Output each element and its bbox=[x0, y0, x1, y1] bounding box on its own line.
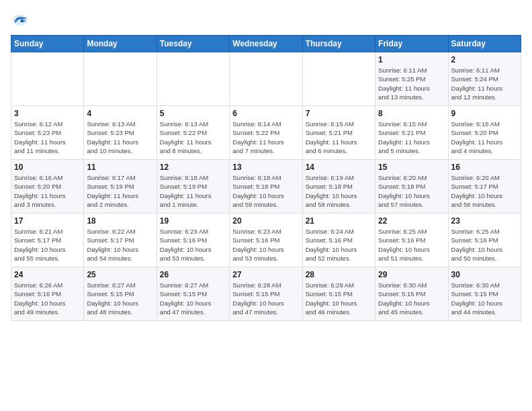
calendar-cell: 1Sunrise: 6:11 AM Sunset: 5:25 PM Daylig… bbox=[375, 52, 448, 106]
day-number: 13 bbox=[232, 163, 299, 172]
svg-point-0 bbox=[13, 15, 28, 26]
calendar-cell: 4Sunrise: 6:13 AM Sunset: 5:23 PM Daylig… bbox=[84, 106, 157, 160]
day-number: 11 bbox=[87, 163, 153, 172]
calendar-cell: 30Sunrise: 6:30 AM Sunset: 5:15 PM Dayli… bbox=[448, 267, 521, 321]
calendar-week-row: 17Sunrise: 6:21 AM Sunset: 5:17 PM Dayli… bbox=[11, 214, 521, 267]
calendar-cell: 21Sunrise: 6:24 AM Sunset: 5:16 PM Dayli… bbox=[302, 214, 375, 267]
day-number: 29 bbox=[378, 270, 445, 279]
page-header bbox=[11, 11, 521, 30]
calendar-week-row: 10Sunrise: 6:16 AM Sunset: 5:20 PM Dayli… bbox=[11, 160, 521, 214]
day-number: 23 bbox=[451, 216, 518, 226]
day-number: 12 bbox=[160, 163, 226, 172]
calendar-cell: 12Sunrise: 6:18 AM Sunset: 5:19 PM Dayli… bbox=[157, 160, 229, 214]
day-number: 7 bbox=[306, 109, 372, 118]
calendar-cell: 23Sunrise: 6:25 AM Sunset: 5:16 PM Dayli… bbox=[448, 214, 521, 267]
day-info: Sunrise: 6:30 AM Sunset: 5:15 PM Dayligh… bbox=[451, 281, 518, 316]
day-number: 10 bbox=[14, 163, 81, 172]
day-number: 18 bbox=[87, 216, 153, 226]
day-number: 6 bbox=[232, 109, 299, 118]
day-header-saturday: Saturday bbox=[448, 36, 521, 52]
day-info: Sunrise: 6:16 AM Sunset: 5:20 PM Dayligh… bbox=[14, 173, 81, 209]
day-number: 25 bbox=[87, 270, 153, 279]
calendar-cell: 28Sunrise: 6:29 AM Sunset: 5:15 PM Dayli… bbox=[302, 267, 375, 321]
calendar-cell: 29Sunrise: 6:30 AM Sunset: 5:15 PM Dayli… bbox=[375, 267, 448, 321]
calendar-cell: 13Sunrise: 6:18 AM Sunset: 5:18 PM Dayli… bbox=[230, 160, 302, 214]
calendar-cell bbox=[84, 52, 157, 106]
day-number: 21 bbox=[306, 216, 372, 226]
calendar-cell bbox=[302, 52, 375, 106]
day-number: 16 bbox=[451, 163, 518, 172]
day-number: 3 bbox=[14, 109, 81, 118]
calendar-week-row: 3Sunrise: 6:12 AM Sunset: 5:23 PM Daylig… bbox=[11, 106, 521, 160]
calendar-cell: 10Sunrise: 6:16 AM Sunset: 5:20 PM Dayli… bbox=[11, 160, 84, 214]
day-info: Sunrise: 6:12 AM Sunset: 5:23 PM Dayligh… bbox=[14, 120, 81, 155]
day-info: Sunrise: 6:16 AM Sunset: 5:20 PM Dayligh… bbox=[451, 120, 518, 155]
calendar-week-row: 24Sunrise: 6:26 AM Sunset: 5:16 PM Dayli… bbox=[11, 267, 521, 321]
day-info: Sunrise: 6:27 AM Sunset: 5:15 PM Dayligh… bbox=[160, 281, 226, 316]
calendar-cell: 18Sunrise: 6:22 AM Sunset: 5:17 PM Dayli… bbox=[84, 214, 157, 267]
day-number: 26 bbox=[160, 270, 226, 279]
calendar-cell: 11Sunrise: 6:17 AM Sunset: 5:19 PM Dayli… bbox=[84, 160, 157, 214]
day-number: 1 bbox=[378, 55, 445, 64]
day-header-friday: Friday bbox=[375, 36, 448, 52]
day-info: Sunrise: 6:13 AM Sunset: 5:23 PM Dayligh… bbox=[87, 120, 153, 155]
calendar-cell: 26Sunrise: 6:27 AM Sunset: 5:15 PM Dayli… bbox=[157, 267, 229, 321]
day-number: 30 bbox=[451, 270, 518, 279]
day-number: 22 bbox=[378, 216, 445, 226]
day-info: Sunrise: 6:25 AM Sunset: 5:16 PM Dayligh… bbox=[378, 227, 445, 263]
day-info: Sunrise: 6:21 AM Sunset: 5:17 PM Dayligh… bbox=[14, 227, 81, 263]
calendar-week-row: 1Sunrise: 6:11 AM Sunset: 5:25 PM Daylig… bbox=[11, 52, 521, 106]
day-info: Sunrise: 6:19 AM Sunset: 5:18 PM Dayligh… bbox=[306, 173, 372, 209]
day-number: 8 bbox=[378, 109, 445, 118]
day-number: 9 bbox=[451, 109, 518, 118]
day-info: Sunrise: 6:11 AM Sunset: 5:24 PM Dayligh… bbox=[451, 66, 518, 101]
day-number: 4 bbox=[87, 109, 153, 118]
calendar-cell bbox=[157, 52, 229, 106]
calendar-cell bbox=[230, 52, 302, 106]
day-number: 17 bbox=[14, 216, 81, 226]
calendar-header-row: SundayMondayTuesdayWednesdayThursdayFrid… bbox=[11, 36, 521, 52]
day-info: Sunrise: 6:20 AM Sunset: 5:17 PM Dayligh… bbox=[451, 173, 518, 209]
day-header-sunday: Sunday bbox=[11, 36, 84, 52]
day-number: 28 bbox=[306, 270, 372, 279]
day-number: 2 bbox=[451, 55, 518, 64]
day-info: Sunrise: 6:25 AM Sunset: 5:16 PM Dayligh… bbox=[451, 227, 518, 263]
calendar-cell: 27Sunrise: 6:28 AM Sunset: 5:15 PM Dayli… bbox=[230, 267, 302, 321]
calendar-cell: 6Sunrise: 6:14 AM Sunset: 5:22 PM Daylig… bbox=[230, 106, 302, 160]
calendar-cell: 15Sunrise: 6:20 AM Sunset: 5:18 PM Dayli… bbox=[375, 160, 448, 214]
calendar-cell: 9Sunrise: 6:16 AM Sunset: 5:20 PM Daylig… bbox=[448, 106, 521, 160]
calendar-cell: 19Sunrise: 6:23 AM Sunset: 5:16 PM Dayli… bbox=[157, 214, 229, 267]
day-number: 24 bbox=[14, 270, 81, 279]
day-number: 19 bbox=[160, 216, 226, 226]
day-info: Sunrise: 6:24 AM Sunset: 5:16 PM Dayligh… bbox=[306, 227, 372, 263]
day-info: Sunrise: 6:26 AM Sunset: 5:16 PM Dayligh… bbox=[14, 281, 81, 316]
day-info: Sunrise: 6:14 AM Sunset: 5:22 PM Dayligh… bbox=[232, 120, 299, 155]
day-info: Sunrise: 6:20 AM Sunset: 5:18 PM Dayligh… bbox=[378, 173, 445, 209]
calendar-cell: 14Sunrise: 6:19 AM Sunset: 5:18 PM Dayli… bbox=[302, 160, 375, 214]
day-info: Sunrise: 6:30 AM Sunset: 5:15 PM Dayligh… bbox=[378, 281, 445, 316]
day-header-monday: Monday bbox=[84, 36, 157, 52]
logo-bird-icon bbox=[11, 11, 30, 30]
day-info: Sunrise: 6:17 AM Sunset: 5:19 PM Dayligh… bbox=[87, 173, 153, 209]
day-header-tuesday: Tuesday bbox=[157, 36, 229, 52]
day-info: Sunrise: 6:23 AM Sunset: 5:16 PM Dayligh… bbox=[232, 227, 299, 263]
day-info: Sunrise: 6:18 AM Sunset: 5:18 PM Dayligh… bbox=[232, 173, 299, 209]
calendar-cell: 2Sunrise: 6:11 AM Sunset: 5:24 PM Daylig… bbox=[448, 52, 521, 106]
calendar-cell bbox=[11, 52, 84, 106]
calendar-cell: 17Sunrise: 6:21 AM Sunset: 5:17 PM Dayli… bbox=[11, 214, 84, 267]
day-number: 14 bbox=[306, 163, 372, 172]
calendar-cell: 25Sunrise: 6:27 AM Sunset: 5:15 PM Dayli… bbox=[84, 267, 157, 321]
day-info: Sunrise: 6:27 AM Sunset: 5:15 PM Dayligh… bbox=[87, 281, 153, 316]
calendar-cell: 3Sunrise: 6:12 AM Sunset: 5:23 PM Daylig… bbox=[11, 106, 84, 160]
day-info: Sunrise: 6:18 AM Sunset: 5:19 PM Dayligh… bbox=[160, 173, 226, 209]
calendar-cell: 20Sunrise: 6:23 AM Sunset: 5:16 PM Dayli… bbox=[230, 214, 302, 267]
day-header-wednesday: Wednesday bbox=[230, 36, 302, 52]
day-header-thursday: Thursday bbox=[302, 36, 375, 52]
calendar-cell: 24Sunrise: 6:26 AM Sunset: 5:16 PM Dayli… bbox=[11, 267, 84, 321]
logo bbox=[11, 11, 32, 30]
day-number: 27 bbox=[232, 270, 299, 279]
day-info: Sunrise: 6:29 AM Sunset: 5:15 PM Dayligh… bbox=[306, 281, 372, 316]
calendar-cell: 22Sunrise: 6:25 AM Sunset: 5:16 PM Dayli… bbox=[375, 214, 448, 267]
day-info: Sunrise: 6:22 AM Sunset: 5:17 PM Dayligh… bbox=[87, 227, 153, 263]
calendar-cell: 5Sunrise: 6:13 AM Sunset: 5:22 PM Daylig… bbox=[157, 106, 229, 160]
